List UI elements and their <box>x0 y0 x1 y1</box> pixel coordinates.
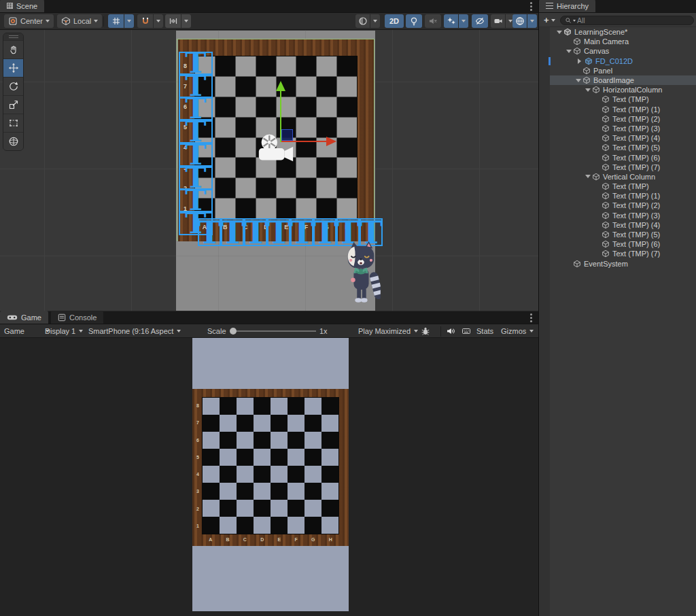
board-square <box>220 483 237 500</box>
debug-button[interactable] <box>421 324 430 338</box>
hierarchy-item-text-tmp-4[interactable]: Text (TMP) (4) <box>539 133 696 143</box>
hierarchy-item-learningscene[interactable]: LearningScene* <box>539 27 696 37</box>
hierarchy-item-main-camera[interactable]: Main Camera <box>539 37 696 46</box>
hierarchy-search[interactable] <box>560 16 694 25</box>
expand-arrow-icon[interactable] <box>566 50 572 53</box>
move-tool-button[interactable] <box>3 58 23 77</box>
scene-effects-button[interactable] <box>444 14 468 28</box>
hierarchy-item-text-tmp-5[interactable]: Text (TMP) (5) <box>539 230 696 239</box>
hierarchy-item-text-tmp-6[interactable]: Text (TMP) (6) <box>539 152 696 162</box>
snap-button[interactable] <box>137 14 163 28</box>
board-square <box>337 178 357 198</box>
board-square <box>317 158 336 177</box>
scale-slider-knob[interactable] <box>230 328 237 335</box>
hidden-objects-button[interactable] <box>472 14 488 28</box>
aspect-ratio-dropdown[interactable]: SmartPhone (9:16 Aspect <box>88 324 181 338</box>
hierarchy-item-canvas[interactable]: Canvas <box>539 46 696 56</box>
hierarchy-item-text-tmp-4[interactable]: Text (TMP) (4) <box>539 220 696 230</box>
hierarchy-item-panel[interactable]: Panel <box>539 66 696 75</box>
chevron-down-icon <box>551 19 555 22</box>
hand-tool-button[interactable] <box>3 40 23 58</box>
board-square <box>203 483 220 500</box>
board-square <box>256 56 276 76</box>
hierarchy-item-vertical-column[interactable]: Vertical Column <box>539 172 696 182</box>
increment-snap-button[interactable] <box>165 14 191 28</box>
rect-tool-button[interactable] <box>3 114 23 132</box>
create-object-button[interactable]: + <box>542 15 557 25</box>
game-viewport[interactable]: 87654321 ABCDEFGH <box>0 338 538 616</box>
camera-gizmo-icon[interactable] <box>256 133 295 165</box>
scale-slider-track[interactable] <box>233 330 316 332</box>
transform-tool-button[interactable] <box>3 132 23 150</box>
hierarchy-item-fd-c012d[interactable]: FD_C012D <box>539 56 696 66</box>
vsync-button[interactable] <box>462 324 471 338</box>
hierarchy-item-text-tmp-1[interactable]: Text (TMP) (1) <box>539 191 696 201</box>
hierarchy-item-text-tmp-3[interactable]: Text (TMP) (3) <box>539 211 696 220</box>
tab-console[interactable]: Console <box>51 311 103 324</box>
display-dropdown[interactable]: Display 1 <box>45 324 83 338</box>
hierarchy-item-text-tmp-2[interactable]: Text (TMP) (2) <box>539 114 696 124</box>
scene-tabstrip: Scene <box>0 0 538 13</box>
hierarchy-item-text-tmp-2[interactable]: Text (TMP) (2) <box>539 201 696 210</box>
move-gizmo-x-arrowhead[interactable] <box>326 137 336 146</box>
palette-drag-handle[interactable] <box>3 33 23 40</box>
move-gizmo-y-arrowhead[interactable] <box>276 81 285 91</box>
hierarchy-item-text-tmp-3[interactable]: Text (TMP) (3) <box>539 124 696 133</box>
hierarchy-item-text-tmp[interactable]: Text (TMP) <box>539 95 696 104</box>
expand-arrow-icon[interactable] <box>578 58 581 64</box>
mute-audio-button[interactable] <box>446 324 455 338</box>
console-tab-label: Console <box>69 313 97 322</box>
hierarchy-item-text-tmp-7[interactable]: Text (TMP) (7) <box>539 249 696 258</box>
hierarchy-item-horizontalcolumn[interactable]: HorizontalColumn <box>539 85 696 95</box>
expand-arrow-icon[interactable] <box>585 175 591 178</box>
expand-arrow-icon[interactable] <box>576 79 581 82</box>
search-filter-dropdown-icon[interactable] <box>573 20 576 22</box>
hierarchy-item-text-tmp-6[interactable]: Text (TMP) (6) <box>539 239 696 249</box>
scene-viewport[interactable]: 87654321 ABCDEFGH TTTTTTTT TTTTTTTT <box>0 30 538 311</box>
rotate-icon <box>8 81 19 92</box>
game-gizmos-dropdown[interactable]: Gizmos <box>501 324 534 338</box>
play-maximized-dropdown[interactable]: Play Maximized <box>358 324 418 338</box>
shading-mode-dropdown[interactable] <box>370 14 380 28</box>
scale-label: Scale <box>207 324 226 338</box>
expand-arrow-icon[interactable] <box>557 31 562 34</box>
hierarchy-item-text-tmp-5[interactable]: Text (TMP) (5) <box>539 143 696 152</box>
hierarchy-item-text-tmp[interactable]: Text (TMP) <box>539 182 696 191</box>
gizmos-dropdown[interactable] <box>527 14 537 28</box>
hierarchy-item-eventsystem[interactable]: EventSystem <box>539 259 696 269</box>
stats-button[interactable]: Stats <box>476 324 493 338</box>
gizmos-toggle-button[interactable] <box>512 14 537 28</box>
snap-options-dropdown[interactable] <box>154 14 163 28</box>
pivot-mode-button[interactable]: Center <box>4 14 54 28</box>
expand-arrow-icon[interactable] <box>585 88 591 92</box>
grid-options-dropdown[interactable] <box>124 14 134 28</box>
hierarchy-item-label: Text (TMP) (6) <box>612 154 660 162</box>
tab-scene[interactable]: Scene <box>0 0 44 12</box>
tab-hierarchy[interactable]: Hierarchy <box>539 0 595 12</box>
grid-visibility-button[interactable] <box>108 14 134 28</box>
scene-lighting-button[interactable] <box>406 14 422 28</box>
cube-icon <box>602 95 610 103</box>
effects-dropdown[interactable] <box>459 14 468 28</box>
board-square <box>215 118 235 137</box>
tab-game[interactable]: Game <box>0 311 48 324</box>
tmp-text-gizmo: T <box>221 218 244 246</box>
2d-mode-button[interactable]: 2D <box>385 14 404 28</box>
game-menu-icon[interactable] <box>530 317 532 319</box>
hierarchy-item-text-tmp-1[interactable]: Text (TMP) (1) <box>539 105 696 114</box>
scale-tool-button[interactable] <box>3 95 23 114</box>
game-view-dropdown[interactable]: Game <box>4 324 50 338</box>
scene-audio-button[interactable] <box>425 14 441 28</box>
orientation-button[interactable]: Local <box>57 14 102 28</box>
board-square <box>296 97 316 117</box>
shading-mode-button[interactable] <box>355 14 380 28</box>
rotate-tool-button[interactable] <box>3 77 23 95</box>
raccoon-character-sprite[interactable] <box>341 241 381 309</box>
scene-camera-button[interactable] <box>491 14 515 28</box>
search-input[interactable] <box>577 16 689 24</box>
increment-snap-dropdown[interactable] <box>181 14 191 28</box>
board-coordinate-label: 7 <box>196 420 199 425</box>
scene-menu-icon[interactable] <box>530 5 532 7</box>
hierarchy-item-text-tmp-7[interactable]: Text (TMP) (7) <box>539 162 696 172</box>
hierarchy-item-boardimage[interactable]: BoardImage <box>539 75 696 85</box>
